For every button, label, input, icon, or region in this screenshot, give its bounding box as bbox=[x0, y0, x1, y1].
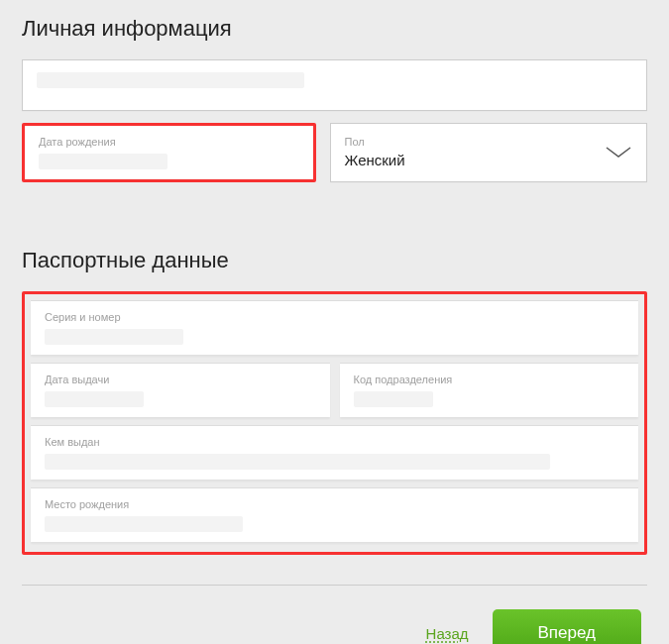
dob-label: Дата рождения bbox=[39, 136, 299, 148]
gender-select[interactable]: Пол Женский bbox=[330, 123, 648, 182]
issued-by-field[interactable]: Кем выдан bbox=[31, 425, 638, 480]
passport-data-title: Паспортные данные bbox=[22, 248, 647, 273]
birthplace-label: Место рождения bbox=[45, 498, 624, 510]
back-link[interactable]: Назад bbox=[426, 625, 469, 642]
personal-info-title: Личная информация bbox=[22, 16, 647, 42]
gender-value: Женский bbox=[345, 152, 405, 169]
dob-field[interactable]: Дата рождения bbox=[25, 126, 313, 179]
chevron-down-icon bbox=[605, 146, 632, 160]
passport-fields-group: Серия и номер Дата выдачи Код подразделе… bbox=[22, 291, 647, 555]
series-number-field[interactable]: Серия и номер bbox=[31, 300, 638, 355]
series-label: Серия и номер bbox=[45, 311, 624, 323]
birthplace-field[interactable]: Место рождения bbox=[31, 487, 638, 542]
gender-label: Пол bbox=[345, 136, 405, 148]
full-name-field[interactable] bbox=[22, 59, 647, 111]
forward-button[interactable]: Вперед bbox=[493, 609, 641, 644]
issued-by-label: Кем выдан bbox=[45, 436, 624, 448]
divider bbox=[22, 585, 647, 586]
department-code-field[interactable]: Код подразделения bbox=[340, 363, 639, 417]
issue-date-label: Дата выдачи bbox=[45, 374, 316, 385]
issue-date-field[interactable]: Дата выдачи bbox=[31, 363, 330, 417]
footer-actions: Назад Вперед bbox=[22, 609, 647, 644]
department-code-label: Код подразделения bbox=[354, 374, 625, 385]
